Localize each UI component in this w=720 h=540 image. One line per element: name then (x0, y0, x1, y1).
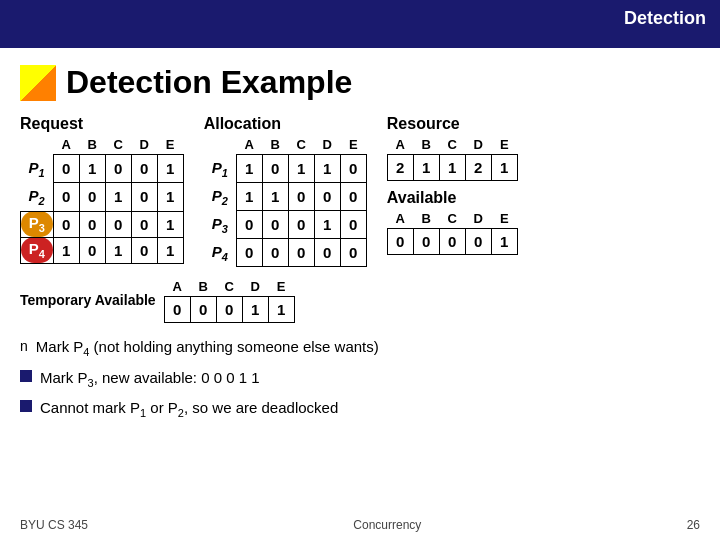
bullet-circle-sym: n (20, 335, 28, 357)
p4-label: P4 (204, 239, 237, 267)
table-row: P4 1 0 1 0 1 (21, 237, 184, 263)
cell: 1 (314, 211, 340, 239)
cell: 0 (216, 297, 242, 323)
cell: 0 (439, 229, 465, 255)
cell: 0 (131, 237, 157, 263)
res-col-b: B (413, 135, 439, 155)
page-title: Detection Example (20, 64, 700, 101)
bullet-text-1: Mark P4 (not holding anything someone el… (36, 335, 379, 362)
cell: 0 (413, 229, 439, 255)
res-col-e: E (491, 135, 517, 155)
p3-label: P3 (204, 211, 237, 239)
p2-label: P2 (21, 183, 54, 212)
avail-col-c: C (439, 209, 465, 229)
cell: 1 (53, 237, 79, 263)
alloc-col-b: B (262, 135, 288, 155)
cell: 0 (79, 183, 105, 212)
cell: 0 (53, 183, 79, 212)
bullet-text-2: Mark P3, new available: 0 0 0 1 1 (40, 366, 260, 393)
cell: 0 (288, 211, 314, 239)
table-row: P3 0 0 0 0 1 (21, 211, 184, 237)
alloc-col-e: E (340, 135, 366, 155)
cell: 1 (262, 183, 288, 211)
alloc-col-c: C (288, 135, 314, 155)
cell: 1 (157, 211, 183, 237)
cell: 1 (268, 297, 294, 323)
res-col-a: A (387, 135, 413, 155)
cell: 1 (288, 155, 314, 183)
footer-right: 26 (687, 518, 700, 532)
table-row: P3 0 0 0 1 0 (204, 211, 367, 239)
cell: 1 (413, 155, 439, 181)
cell: 0 (314, 183, 340, 211)
cell: 0 (131, 155, 157, 183)
cell: 0 (105, 211, 131, 237)
bullet-item-3: Cannot mark P1 or P2, so we are deadlock… (20, 396, 700, 423)
cell: 1 (439, 155, 465, 181)
temp-available-label: Temporary Available (20, 292, 156, 308)
allocation-table: A B C D E P1 1 0 1 1 0 (204, 135, 367, 267)
resource-label: Resource (387, 115, 518, 133)
req-col-b: B (79, 135, 105, 155)
cell: 0 (105, 155, 131, 183)
cell: 0 (236, 211, 262, 239)
ta-col-b: B (190, 277, 216, 297)
cell: 2 (387, 155, 413, 181)
cell: 0 (340, 211, 366, 239)
cell: 2 (465, 155, 491, 181)
cell: 0 (262, 239, 288, 267)
cell: 0 (340, 155, 366, 183)
cell: 1 (105, 237, 131, 263)
cell: 1 (314, 155, 340, 183)
temp-available-table: A B C D E 0 0 0 1 1 (164, 277, 295, 323)
p2-label: P2 (204, 183, 237, 211)
table-row: P2 0 0 1 0 1 (21, 183, 184, 212)
cell: 0 (262, 155, 288, 183)
request-section: Request A B C D E P1 0 1 (20, 115, 184, 264)
cell: 0 (465, 229, 491, 255)
cell: 0 (79, 211, 105, 237)
req-col-d: D (131, 135, 157, 155)
bullet-item-2: Mark P3, new available: 0 0 0 1 1 (20, 366, 700, 393)
available-section: Available A B C D E 0 (387, 189, 518, 255)
available-table: A B C D E 0 0 0 0 1 (387, 209, 518, 255)
cell: 1 (79, 155, 105, 183)
cell: 1 (491, 155, 517, 181)
avail-col-b: B (413, 209, 439, 229)
avail-col-a: A (387, 209, 413, 229)
ta-col-d: D (242, 277, 268, 297)
tables-row: Request A B C D E P1 0 1 (20, 115, 700, 267)
resource-section: Resource A B C D E 2 (387, 115, 518, 181)
avail-col-d: D (465, 209, 491, 229)
cell: 0 (387, 229, 413, 255)
cell: 1 (105, 183, 131, 212)
title-text: Detection Example (66, 64, 352, 101)
req-col-a: A (53, 135, 79, 155)
footer: BYU CS 345 Concurrency 26 (20, 518, 700, 532)
ta-col-c: C (216, 277, 242, 297)
avail-col-e: E (491, 209, 517, 229)
res-col-c: C (439, 135, 465, 155)
alloc-col-a: A (236, 135, 262, 155)
cell: 0 (53, 211, 79, 237)
cell: 0 (262, 211, 288, 239)
req-col-c: C (105, 135, 131, 155)
bullets-section: n Mark P4 (not holding anything someone … (20, 335, 700, 423)
cell: 1 (157, 155, 183, 183)
p1-label: P1 (21, 155, 54, 183)
ta-col-a: A (164, 277, 190, 297)
alloc-col-d: D (314, 135, 340, 155)
allocation-label: Allocation (204, 115, 367, 133)
cell: 0 (164, 297, 190, 323)
request-label: Request (20, 115, 184, 133)
bullet-text-3: Cannot mark P1 or P2, so we are deadlock… (40, 396, 338, 423)
p1-label: P1 (204, 155, 237, 183)
cell: 0 (340, 183, 366, 211)
cell: 1 (236, 155, 262, 183)
cell: 1 (242, 297, 268, 323)
cell: 1 (157, 183, 183, 212)
bullet-square-2 (20, 370, 32, 382)
request-table: A B C D E P1 0 1 0 0 1 (20, 135, 184, 264)
detection-header-label: Detection (610, 0, 720, 37)
table-row: P2 1 1 0 0 0 (204, 183, 367, 211)
